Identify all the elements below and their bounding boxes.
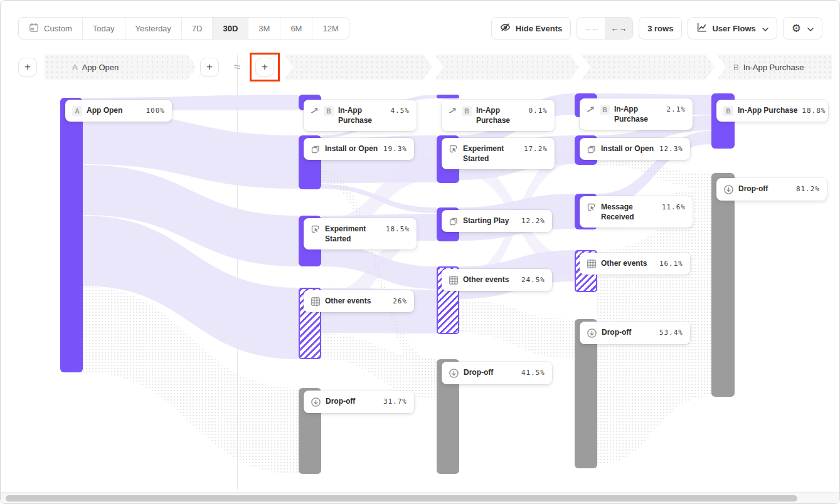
flow-node-card-install-or-open-col2[interactable]: Install or Open19.3% (304, 138, 414, 160)
flow-node-label: Drop-off (326, 396, 379, 406)
flow-node-card-in-app-purchase-col2[interactable]: BIn-App Purchase4.5% (304, 100, 417, 131)
flow-node-percent: 11.6% (662, 202, 686, 211)
flow-link (83, 216, 299, 359)
date-range-6m[interactable]: 6M (280, 18, 312, 39)
step-a-band[interactable]: A App Open (45, 55, 196, 80)
view-label: User Flows (712, 24, 755, 33)
dropoff-link (597, 261, 711, 465)
flow-node-percent: 18.5% (386, 224, 410, 233)
flow-node-card-in-app-purchase-col5[interactable]: BIn-App Purchase18.8% (716, 100, 828, 122)
dropoff-icon (723, 184, 734, 195)
flow-node-card-in-app-purchase-col3[interactable]: BIn-App Purchase0.1% (442, 100, 555, 131)
dropoff-icon (587, 328, 597, 339)
flow-node-card-experiment-started-col2[interactable]: Experiment Started18.5% (304, 218, 417, 249)
flow-node-card-drop-off-col4[interactable]: Drop-off53.4% (580, 322, 690, 344)
flow-node-label: In-App Purchase (476, 105, 524, 125)
flow-node-label: Other events (325, 296, 388, 306)
flow-node-card-other-events-col3[interactable]: Other events24.5% (442, 269, 552, 291)
view-selector[interactable]: User Flows (688, 17, 777, 39)
date-range-label: Custom (44, 24, 72, 33)
flow-node-label: In-App Purchase (738, 105, 797, 115)
hide-events-button[interactable]: Hide Events (491, 17, 571, 39)
flow-node-label: In-App Purchase (614, 104, 662, 124)
event-letter-badge: B (324, 106, 334, 116)
flow-node-card-other-events-col4[interactable]: Other events16.1% (580, 253, 690, 275)
step-b-letter: B (733, 63, 739, 72)
flow-bar-in-app-purchase-col3[interactable] (437, 95, 459, 98)
copy-icon (311, 144, 321, 154)
grid-icon (449, 275, 459, 285)
rows-button[interactable]: 3 rows (639, 17, 682, 39)
flow-node-percent: 19.3% (383, 144, 407, 153)
date-range-label: Yesterday (136, 24, 171, 33)
chevron-down-icon (762, 24, 768, 33)
flow-node-card-drop-off-col2[interactable]: Drop-off31.7% (304, 391, 414, 413)
date-range-label: Today (93, 24, 115, 33)
dropoff-icon (311, 397, 321, 407)
flow-node-card-starting-play-col3[interactable]: Starting Play12.2% (442, 210, 552, 232)
step-band-4[interactable] (582, 55, 715, 80)
date-range-12m[interactable]: 12M (312, 18, 348, 39)
flow-node-label: Drop-off (464, 367, 517, 377)
flow-node-percent: 18.8% (802, 105, 826, 115)
date-range-3m[interactable]: 3M (248, 18, 280, 39)
date-range-custom[interactable]: Custom (19, 18, 82, 39)
eye-off-icon (500, 22, 511, 34)
flow-bar-drop-off-col5[interactable] (711, 173, 735, 397)
flow-link (321, 244, 437, 289)
add-step-button-middle[interactable]: + (255, 58, 274, 76)
date-range-yesterday[interactable]: Yesterday (125, 18, 181, 39)
collapse-columns-button[interactable]: →← (577, 18, 605, 39)
flow-node-percent: 4.5% (391, 105, 410, 115)
flow-node-card-drop-off-col3[interactable]: Drop-off41.5% (442, 362, 552, 384)
flow-node-card-drop-off-col5[interactable]: Drop-off81.2% (716, 178, 827, 201)
flow-node-label: In-App Purchase (338, 105, 386, 125)
flow-node-percent: 31.7% (383, 396, 407, 406)
grid-icon (587, 259, 597, 269)
date-range-label: 6M (290, 24, 302, 33)
flow-node-percent: 26% (393, 296, 407, 305)
expand-columns-button[interactable]: ←→ (605, 18, 632, 39)
flow-node-percent: 16.1% (659, 258, 683, 268)
flow-node-card-experiment-started-col3[interactable]: Experiment Started17.2% (442, 138, 555, 169)
flow-node-label: Starting Play (463, 216, 517, 226)
step-b-band[interactable]: B In-App Purchase (717, 55, 832, 80)
date-range-30d[interactable]: 30D (212, 18, 248, 39)
copy-icon (449, 216, 459, 226)
flow-node-label: Other events (601, 258, 655, 268)
settings-button[interactable]: ⚙ (783, 17, 822, 39)
dropoff-link (459, 300, 575, 359)
calendar-icon (29, 23, 39, 34)
experiment-icon (449, 144, 459, 154)
flow-node-card-install-or-open-col4[interactable]: Install or Open12.3% (580, 138, 690, 160)
flow-node-percent: 12.2% (521, 216, 545, 225)
step-band-3[interactable] (435, 55, 579, 80)
flow-node-card-other-events-col2[interactable]: Other events26% (304, 290, 414, 312)
flow-node-label: Other events (463, 275, 517, 285)
event-letter-badge: B (600, 105, 610, 115)
dropoff-link (321, 170, 437, 382)
date-range-label: 3M (258, 24, 270, 33)
toolbar-right: Hide Events →← ←→ 3 rows User Flows (491, 17, 822, 39)
user-flows-report: CustomTodayYesterday7D30D3M6M12M Hide Ev… (0, 0, 840, 504)
dropoff-link (83, 286, 299, 474)
flow-link (83, 165, 299, 266)
flow-bar-app-open-col1[interactable] (60, 98, 83, 372)
date-range-today[interactable]: Today (82, 18, 125, 39)
add-step-button-after-a[interactable]: + (200, 58, 219, 76)
goal-icon (311, 106, 319, 115)
experiment-icon (311, 224, 321, 234)
date-range-label: 12M (322, 24, 338, 33)
flow-node-card-in-app-purchase-col4[interactable]: BIn-App Purchase2.1% (580, 98, 693, 130)
experiment-icon (587, 202, 597, 213)
add-step-button-left[interactable]: + (18, 58, 37, 76)
flow-node-card-app-open-col1[interactable]: AApp Open100% (65, 100, 172, 122)
flow-node-card-message-received-col4[interactable]: Message Received11.6% (580, 196, 693, 228)
step-band-2[interactable] (284, 55, 432, 80)
date-range-7d[interactable]: 7D (181, 18, 213, 39)
flow-node-percent: 41.5% (521, 367, 545, 377)
flow-node-percent: 0.1% (529, 105, 548, 115)
flow-node-percent: 17.2% (524, 144, 548, 153)
horizontal-scrollbar-thumb[interactable] (6, 495, 797, 501)
chevron-down-icon (807, 24, 814, 33)
